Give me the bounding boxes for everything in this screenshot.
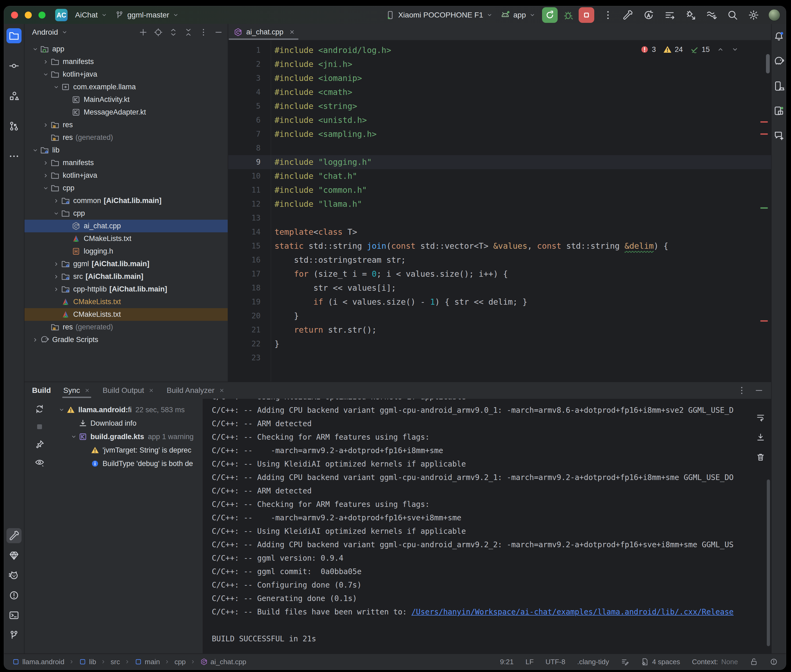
tree-item-cpp[interactable]: cpp <box>24 182 228 194</box>
code-line-16[interactable]: 16 std::ostringstream str; <box>228 253 771 267</box>
chevron-right-icon[interactable] <box>32 337 39 343</box>
more-v-icon[interactable] <box>199 28 208 37</box>
apply-changes-icon[interactable] <box>643 10 654 21</box>
chevron-right-icon[interactable] <box>53 286 59 293</box>
close-tab-icon[interactable] <box>84 387 90 394</box>
code-line-19[interactable]: 19 if (i < values.size() - 1) { str << d… <box>228 295 771 309</box>
tree-item-manifests[interactable]: manifests <box>24 55 228 68</box>
rerun-button[interactable] <box>542 7 558 23</box>
tree-item-cmakelists-txt[interactable]: CMakeLists.txt <box>24 232 228 245</box>
tree-item-ggml[interactable]: ggml[AiChat.lib.main] <box>24 258 228 270</box>
tree-item-res[interactable]: res(generated) <box>24 131 228 144</box>
chevron-right-icon[interactable] <box>53 198 59 204</box>
tree-item-cpp[interactable]: cpp <box>24 207 228 220</box>
code-line-17[interactable]: 17 for (size_t i = 0; i < values.size();… <box>228 267 771 281</box>
chevron-down-icon[interactable] <box>61 29 68 35</box>
tree-item-com-example-llama[interactable]: com.example.llama <box>24 81 228 93</box>
tree-item-res[interactable]: res(generated) <box>24 321 228 333</box>
build-output-path-link[interactable]: /Users/hanyin/Workspace/ai-chat/examples… <box>412 608 734 616</box>
search-icon[interactable] <box>727 10 738 21</box>
tree-item-cpp-httplib[interactable]: cpp-httplib[AiChat.lib.main] <box>24 283 228 296</box>
error-stripe-mark[interactable] <box>761 133 768 135</box>
file-encoding[interactable]: UTF-8 <box>546 658 565 666</box>
project-view-mode[interactable]: Android <box>32 28 58 37</box>
device-selector[interactable]: Xiaomi POCOPHONE F1 <box>382 8 497 22</box>
build-icon[interactable] <box>622 10 633 21</box>
activity-terminal-button[interactable] <box>6 608 21 623</box>
activity-build-tool-button[interactable] <box>6 528 21 543</box>
stop-button[interactable] <box>579 7 594 23</box>
tree-item-kotlin-java[interactable]: kotlin+java <box>24 68 228 81</box>
build-tree-item-jvmtarget-string-is-deprec[interactable]: 'jvmTarget: String' is deprec <box>55 443 203 457</box>
close-window-button[interactable] <box>11 11 18 19</box>
profiler-icon[interactable] <box>664 10 675 21</box>
code-line-14[interactable]: 14template<class T> <box>228 225 771 239</box>
tab-ai-chat-cpp[interactable]: ai_chat.cpp <box>228 24 301 40</box>
build-console[interactable]: C/C++: -- Using KleidiAI optimized kerne… <box>203 399 771 653</box>
caret-position[interactable]: 9:21 <box>500 658 514 666</box>
previous-problem-icon[interactable] <box>717 46 724 53</box>
run-config-selector[interactable]: app <box>497 8 539 22</box>
code-line-20[interactable]: 20 } <box>228 309 771 323</box>
activity-more-button[interactable] <box>6 149 21 164</box>
filter-eye-icon[interactable] <box>35 458 44 467</box>
breadcrumb-ai-chat-cpp[interactable]: ai_chat.cpp <box>200 658 246 666</box>
tree-item-messageadapter-kt[interactable]: MessageAdapter.kt <box>24 106 228 118</box>
code-line-13[interactable]: 13 <box>228 211 771 225</box>
activity-problems-button[interactable] <box>6 588 21 603</box>
tree-item-app[interactable]: app <box>24 43 228 55</box>
code-line-10[interactable]: 10#include "chat.h" <box>228 169 771 183</box>
code-line-6[interactable]: 6#include <unistd.h> <box>228 113 771 127</box>
tree-item-logging-h[interactable]: logging.h <box>24 245 228 258</box>
tree-item-common[interactable]: common[AiChat.lib.main] <box>24 194 228 207</box>
notifications-status-icon[interactable] <box>770 658 778 666</box>
build-tab-sync[interactable]: Sync <box>63 386 90 395</box>
code-line-3[interactable]: 3#include <iomanip> <box>228 71 771 85</box>
activity-version-control-button[interactable] <box>6 628 21 643</box>
expand-all-icon[interactable] <box>169 28 178 37</box>
tree-item-kotlin-java[interactable]: kotlin+java <box>24 169 228 182</box>
sync-icon[interactable] <box>35 404 44 414</box>
lock-open-icon[interactable] <box>750 658 758 666</box>
close-tab-icon[interactable] <box>289 29 295 35</box>
chevron-down-icon[interactable] <box>32 46 39 53</box>
tree-item-src[interactable]: src[AiChat.lib.main] <box>24 270 228 283</box>
device-stream-icon[interactable] <box>706 10 717 21</box>
build-tab-build-analyzer[interactable]: Build Analyzer <box>167 386 225 395</box>
chevron-down-icon[interactable] <box>43 185 49 192</box>
error-stripe-mark[interactable] <box>761 121 768 123</box>
chevron-down-icon[interactable] <box>32 147 39 154</box>
code-line-23[interactable]: 23 <box>228 351 771 365</box>
chevron-down-icon[interactable] <box>53 210 59 217</box>
console-scrollbar[interactable] <box>767 480 770 646</box>
tree-item-ai-chat-cpp[interactable]: ai_chat.cpp <box>24 220 228 232</box>
next-problem-icon[interactable] <box>731 46 739 53</box>
code-line-5[interactable]: 5#include <string> <box>228 99 771 113</box>
debug-button[interactable] <box>563 10 574 21</box>
chevron-right-icon[interactable] <box>53 261 59 267</box>
indent-config[interactable]: 4 spaces <box>641 658 680 666</box>
change-stripe-mark[interactable] <box>761 207 768 209</box>
close-tab-icon[interactable] <box>219 387 225 394</box>
breadcrumb-lib[interactable]: lib <box>79 658 96 666</box>
tree-item-mainactivity-kt[interactable]: MainActivity.kt <box>24 93 228 106</box>
build-tree-item-buildtype-debug-is-both-de[interactable]: BuildType 'debug' is both de <box>55 457 203 470</box>
breadcrumb-main[interactable]: main <box>135 658 160 666</box>
activity-logcat-button[interactable] <box>6 568 21 583</box>
minimize-window-button[interactable] <box>25 11 32 19</box>
code-line-22[interactable]: 22} <box>228 337 771 351</box>
inspections-widget[interactable]: 3 24 15 <box>640 45 739 54</box>
chevron-right-icon[interactable] <box>53 274 59 280</box>
activity-running-devices-button[interactable] <box>772 104 786 117</box>
chevron-right-icon[interactable] <box>43 122 49 128</box>
pin-icon[interactable] <box>35 440 44 450</box>
hide-icon[interactable] <box>754 386 764 395</box>
locate-icon[interactable] <box>154 28 162 37</box>
soft-wrap-icon[interactable] <box>756 413 765 422</box>
activity-project-button[interactable] <box>6 28 21 43</box>
build-tab-build-output[interactable]: Build Output <box>103 386 154 395</box>
line-separator[interactable]: LF <box>525 658 533 666</box>
collapse-all-icon[interactable] <box>184 28 193 37</box>
close-tab-icon[interactable] <box>148 387 154 394</box>
tree-item-lib[interactable]: lib <box>24 144 228 157</box>
